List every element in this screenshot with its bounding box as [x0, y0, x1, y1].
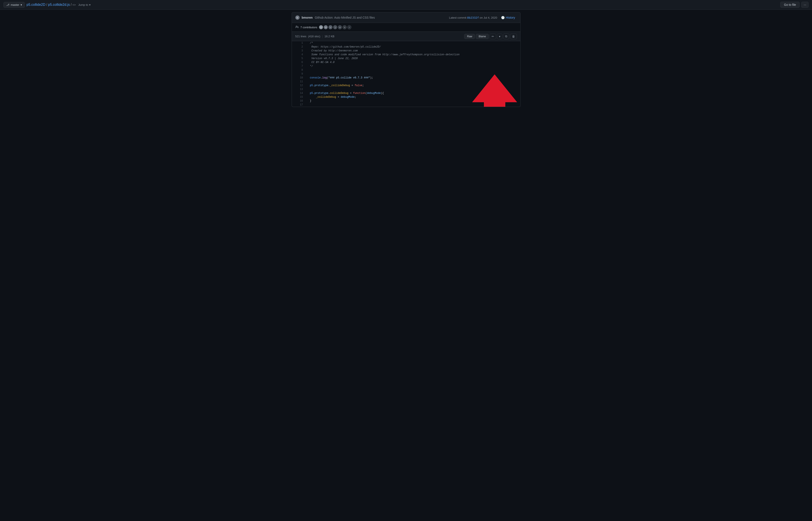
chevron-down-icon: ▾	[21, 3, 22, 6]
contributor-avatar-2[interactable]: m	[324, 25, 328, 29]
contributor-avatar-7[interactable]: r	[347, 25, 351, 29]
repo-owner-link[interactable]: p5.collide2D	[27, 3, 45, 7]
contributors-bar: 7 contributors b m c j a s r	[292, 23, 520, 32]
line-number: 3	[292, 49, 306, 53]
table-row: 12 p5.prototype._collideDebug = false;	[292, 84, 520, 87]
table-row: 11	[292, 80, 520, 84]
line-number: 17	[292, 103, 306, 107]
file-sloc: (418 sloc)	[308, 35, 320, 38]
line-number: 2	[292, 45, 306, 49]
line-code: }	[306, 99, 520, 103]
line-number: 12	[292, 84, 306, 87]
table-row: 16 }	[292, 99, 520, 103]
file-container: b bmoren Github Action: Auto Minified JS…	[288, 12, 524, 107]
commit-meta: Latest commit 8b2332f on Jul 4, 2020	[449, 16, 497, 19]
code-icon: <>	[72, 3, 76, 6]
line-number: 8	[292, 68, 306, 72]
line-code: p5.prototype._collideDebug = false;	[306, 84, 520, 87]
branch-button[interactable]: ⎇ master ▾	[3, 2, 25, 8]
commit-date: on Jul 4, 2020	[480, 16, 497, 19]
more-options-button[interactable]: ···	[801, 2, 809, 8]
line-code: Version v0.7.3 | June 22, 2020	[306, 56, 520, 61]
contributor-avatar-3[interactable]: c	[328, 25, 332, 29]
breadcrumb-separator: /	[46, 3, 47, 7]
line-code	[306, 87, 520, 91]
line-code: CC BY-NC-SA 4.0	[306, 61, 520, 64]
line-number: 16	[292, 99, 306, 103]
line-code	[306, 72, 520, 76]
line-code: Created by http://benmoren.com	[306, 49, 520, 53]
jump-to-label: Jump to	[78, 3, 88, 6]
commit-message: Github Action: Auto Minified JS and CSS …	[315, 16, 375, 19]
table-row: 15 _collideDebug = debugMode;	[292, 95, 520, 99]
line-number: 1	[292, 41, 306, 45]
line-code	[306, 103, 520, 107]
table-row: 14 p5.prototype.collideDebug = function(…	[292, 91, 520, 95]
line-number: 7	[292, 64, 306, 68]
table-row: 17	[292, 103, 520, 107]
delete-button[interactable]: 🗑	[510, 33, 517, 39]
table-row: 5 Version v0.7.3 | June 22, 2020	[292, 56, 520, 61]
breadcrumb-separator2: /	[71, 3, 72, 7]
edit-icon: ✏	[492, 35, 494, 38]
line-code: /*	[306, 41, 520, 45]
history-button[interactable]: 🕐 History	[499, 15, 517, 20]
commit-hash[interactable]: 8b2332f	[467, 16, 479, 19]
table-row: 3 Created by http://benmoren.com	[292, 49, 520, 53]
table-row: 7 */	[292, 64, 520, 68]
avatar: b	[295, 16, 300, 20]
edit-dropdown-button[interactable]: ▾	[497, 33, 502, 39]
line-code: Some functions and code modified version…	[306, 53, 520, 56]
go-to-file-button[interactable]: Go to file	[780, 2, 799, 8]
copy-button[interactable]: ⧉	[503, 33, 509, 39]
line-code: */	[306, 64, 520, 68]
jump-to-button[interactable]: Jump to ▾	[76, 2, 92, 7]
line-number: 15	[292, 95, 306, 99]
line-code	[306, 80, 520, 84]
file-size: 16.2 KB	[324, 35, 334, 38]
table-row: 1 /*	[292, 41, 520, 45]
edit-button[interactable]: ✏	[490, 33, 496, 39]
table-row: 8	[292, 68, 520, 72]
top-nav-bar: ⎇ master ▾ p5.collide2D / p5.collide2d.j…	[0, 0, 812, 10]
line-number: 10	[292, 76, 306, 80]
contributor-avatar-1[interactable]: b	[319, 25, 323, 29]
file-toolbar: Raw Blame ✏ ▾ ⧉ 🗑	[464, 33, 517, 39]
code-view: 1 /* 2 Repo: https://github.com/bmoren/p…	[292, 41, 520, 107]
line-number: 9	[292, 72, 306, 76]
line-code: console.log("### p5.collide v0.7.3 ###")…	[306, 76, 520, 80]
line-code: _collideDebug = debugMode;	[306, 95, 520, 99]
line-number: 6	[292, 61, 306, 64]
branch-icon: ⎇	[6, 3, 9, 6]
line-number: 4	[292, 53, 306, 56]
line-code: Repo: https://github.com/bmoren/p5.colli…	[306, 45, 520, 49]
line-number: 13	[292, 87, 306, 91]
contributor-avatars: b m c j a s r	[319, 25, 351, 29]
table-row: 10 console.log("### p5.collide v0.7.3 ##…	[292, 76, 520, 80]
line-number: 14	[292, 91, 306, 95]
breadcrumb: p5.collide2D / p5.collide2d.js / <> Jump…	[27, 2, 92, 7]
file-header: 521 lines (418 sloc) | 16.2 KB Raw Blame…	[292, 32, 520, 41]
table-row: 13	[292, 87, 520, 91]
delete-icon: 🗑	[512, 35, 515, 38]
latest-commit-label: Latest commit	[449, 16, 466, 19]
branch-label: master	[11, 3, 19, 6]
file-lines: 521 lines	[295, 35, 306, 38]
table-row: 9	[292, 72, 520, 76]
table-row: 6 CC BY-NC-SA 4.0	[292, 61, 520, 64]
code-table: 1 /* 2 Repo: https://github.com/bmoren/p…	[292, 41, 520, 107]
blame-button[interactable]: Blame	[476, 34, 489, 39]
contributor-avatar-6[interactable]: s	[343, 25, 347, 29]
contributor-avatar-5[interactable]: a	[338, 25, 342, 29]
table-row: 2 Repo: https://github.com/bmoren/p5.col…	[292, 45, 520, 49]
file-path-link[interactable]: p5.collide2d.js	[48, 3, 70, 7]
raw-button[interactable]: Raw	[464, 34, 475, 39]
contributors-count[interactable]: 7 contributors	[300, 26, 317, 29]
line-number: 11	[292, 80, 306, 84]
copy-icon: ⧉	[505, 35, 507, 38]
contributor-avatar-4[interactable]: j	[333, 25, 337, 29]
table-row: 4 Some functions and code modified versi…	[292, 53, 520, 56]
history-label: History	[506, 16, 515, 19]
commit-author[interactable]: bmoren	[302, 16, 313, 19]
chevron-icon: ▾	[89, 3, 91, 6]
